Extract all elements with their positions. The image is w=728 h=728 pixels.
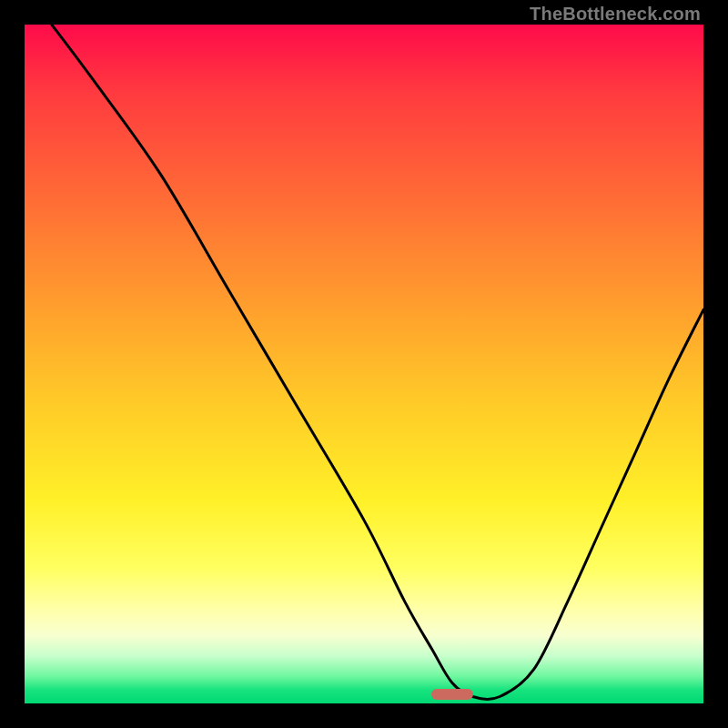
optimal-marker bbox=[431, 689, 473, 700]
plot-area bbox=[25, 25, 703, 703]
chart-frame: TheBottleneck.com bbox=[0, 0, 728, 728]
background-gradient bbox=[25, 25, 703, 703]
watermark-text: TheBottleneck.com bbox=[530, 4, 701, 25]
